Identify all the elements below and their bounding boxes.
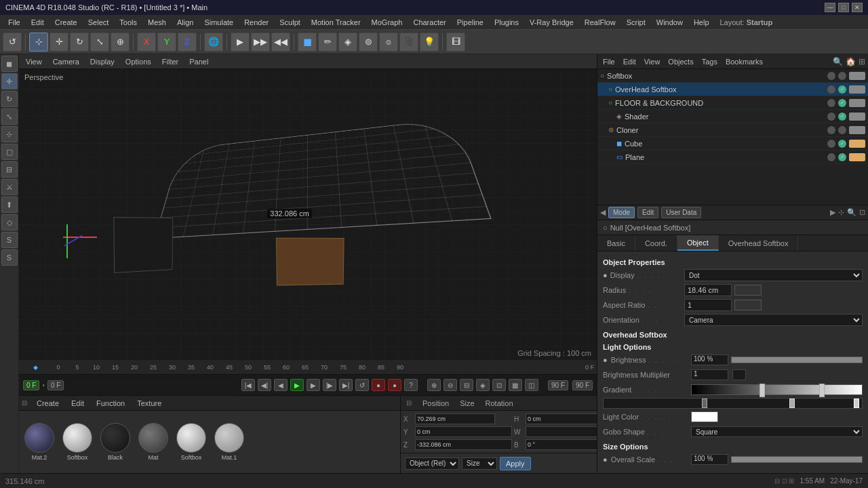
gradient-slider-row[interactable]: [603, 398, 863, 409]
props-icon-1[interactable]: ▶: [830, 208, 835, 217]
material-mat[interactable]: Mat: [138, 423, 168, 461]
mode-btn[interactable]: Mode: [608, 207, 635, 218]
pos-x-input[interactable]: [415, 413, 495, 424]
pb-play[interactable]: ▶: [290, 379, 304, 391]
tool-paint[interactable]: S: [1, 232, 18, 248]
deformer-btn[interactable]: ⌾: [379, 33, 398, 52]
tab-object[interactable]: Object: [677, 235, 719, 251]
minimize-btn[interactable]: —: [825, 3, 835, 12]
vp-camera-menu[interactable]: Camera: [50, 58, 82, 66]
start-frame-input[interactable]: 0 F: [47, 380, 64, 390]
tool-live-selection[interactable]: ⊹: [1, 126, 18, 142]
tool-rotate[interactable]: ↻: [1, 91, 18, 107]
tree-item-softbox[interactable]: ○ Softbox: [597, 69, 868, 83]
close-btn[interactable]: ✕: [852, 3, 863, 12]
brightness-slider[interactable]: [731, 357, 863, 363]
menu-file[interactable]: File: [3, 17, 26, 28]
aspect-ratio-value[interactable]: 1: [684, 299, 732, 311]
pb-keyframe-del[interactable]: ⊖: [443, 379, 457, 391]
pb-motion-clips[interactable]: ◈: [476, 379, 490, 391]
light-color-swatch[interactable]: [691, 411, 718, 422]
menu-sculpt[interactable]: Sculpt: [274, 17, 306, 28]
vp-view-menu[interactable]: View: [23, 58, 45, 66]
cloner-btn[interactable]: ⊚: [359, 33, 378, 52]
menu-vray[interactable]: V-Ray Bridge: [524, 17, 579, 28]
menu-pipeline[interactable]: Pipeline: [452, 17, 489, 28]
mat-menu-texture[interactable]: Texture: [134, 399, 164, 407]
size-b-input[interactable]: [526, 439, 606, 450]
overhead-vis-editor[interactable]: [827, 85, 835, 94]
axis-z-btn[interactable]: Z: [178, 33, 197, 52]
tool-object-mode[interactable]: ◼: [1, 56, 18, 72]
scene-home-icon[interactable]: 🏠: [846, 57, 856, 66]
cloner-vis-render[interactable]: [838, 126, 846, 134]
tab-overhead-softbox[interactable]: Overhead Softbox: [719, 235, 799, 251]
material-softbox2[interactable]: Softbox: [176, 423, 206, 461]
material-black[interactable]: Black: [100, 423, 130, 461]
props-nav-back[interactable]: ◀: [600, 208, 606, 217]
orientation-dropdown[interactable]: Camera World: [684, 314, 863, 326]
tree-item-overhead-softbox[interactable]: ○ OverHead Softbox ✓: [597, 83, 868, 96]
overhead-vis-extra[interactable]: [849, 85, 865, 94]
edit-btn[interactable]: Edit: [637, 207, 658, 218]
tree-item-cube[interactable]: ◼ Cube ✓: [597, 137, 868, 150]
brightness-mult-field[interactable]: [732, 369, 746, 380]
menu-script[interactable]: Script: [621, 17, 651, 28]
pb-info[interactable]: ?: [404, 379, 418, 391]
cube-vis-extra[interactable]: [849, 140, 865, 148]
menu-mograph[interactable]: MoGraph: [366, 17, 408, 28]
gradient-bar[interactable]: [691, 384, 863, 395]
menu-mesh[interactable]: Mesh: [142, 17, 172, 28]
material-mat2[interactable]: Mat.2: [24, 423, 54, 461]
play-back-btn[interactable]: ◀◀: [271, 33, 290, 52]
pb-prev-frame[interactable]: ◀: [274, 379, 288, 391]
vis-extra[interactable]: [849, 72, 865, 80]
shader-vis-render[interactable]: ✓: [838, 113, 846, 121]
size-h-input[interactable]: [526, 413, 606, 424]
radius-value[interactable]: 18.46 cm: [684, 284, 732, 296]
maximize-btn[interactable]: □: [838, 3, 849, 12]
light-btn[interactable]: 💡: [420, 33, 439, 52]
menu-help[interactable]: Help: [688, 17, 715, 28]
pb-record[interactable]: ●: [372, 379, 385, 391]
floor-vis-editor[interactable]: [827, 99, 835, 107]
cloner-vis-extra[interactable]: [849, 126, 865, 134]
menu-tools[interactable]: Tools: [114, 17, 142, 28]
floor-vis-render[interactable]: ✓: [838, 99, 846, 107]
plane-vis-render[interactable]: ✓: [838, 153, 846, 161]
radius-slider[interactable]: [734, 285, 762, 296]
world-coord-btn[interactable]: 🌐: [204, 33, 223, 52]
cube-vis-render[interactable]: ✓: [838, 140, 846, 148]
vp-panel-menu[interactable]: Panel: [186, 58, 211, 66]
tool-rect-selection[interactable]: ▢: [1, 144, 18, 160]
shader-vis-extra[interactable]: [849, 113, 865, 121]
props-icon-2[interactable]: ⊹: [838, 208, 844, 217]
axis-y-btn[interactable]: Y: [157, 33, 176, 52]
menu-align[interactable]: Align: [172, 17, 199, 28]
end-frame-input[interactable]: 90 F: [548, 380, 568, 390]
timeline-marker[interactable]: ◆: [22, 364, 49, 371]
pen-btn[interactable]: ✏: [318, 33, 337, 52]
material-mat1[interactable]: Mat.1: [214, 423, 244, 461]
user-data-btn[interactable]: User Data: [661, 207, 701, 218]
tool-knife[interactable]: ⚔: [1, 179, 18, 195]
menu-plugins[interactable]: Plugins: [489, 17, 524, 28]
pb-next-key[interactable]: |▶: [323, 379, 336, 391]
scene-menu-bookmarks[interactable]: Bookmarks: [723, 58, 766, 66]
tool-extrude[interactable]: ⬆: [1, 197, 18, 213]
vp-options-menu[interactable]: Options: [123, 58, 154, 66]
mat-menu-create[interactable]: Create: [34, 399, 62, 407]
scale-btn[interactable]: ⤡: [90, 33, 109, 52]
3d-viewport[interactable]: Perspective 332.086 cm Grid Spacing : 10…: [19, 69, 597, 360]
search-icon[interactable]: 🔍: [833, 57, 843, 66]
menu-character[interactable]: Character: [408, 17, 451, 28]
vis-render[interactable]: [838, 72, 846, 80]
plane-vis-extra[interactable]: [849, 153, 865, 161]
menu-edit[interactable]: Edit: [26, 17, 50, 28]
menu-simulate[interactable]: Simulate: [199, 17, 239, 28]
tree-item-plane[interactable]: ▭ Plane ✓: [597, 150, 868, 164]
pb-keyframe-auto[interactable]: ⊟: [460, 379, 473, 391]
move-btn[interactable]: ✛: [50, 33, 68, 52]
brightness-mult-num[interactable]: 1: [691, 369, 728, 380]
grad-slider-thumb-1[interactable]: [702, 399, 707, 408]
